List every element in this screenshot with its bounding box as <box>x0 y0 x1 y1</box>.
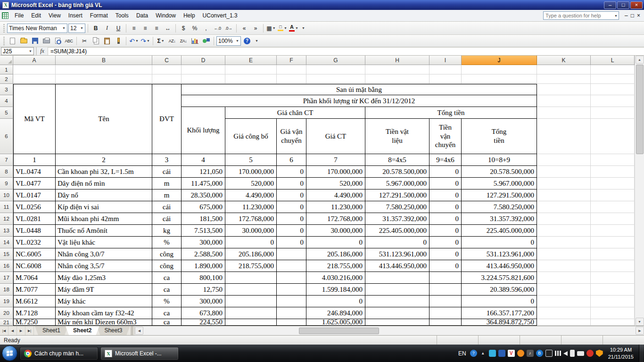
cell-C20[interactable]: ca <box>152 307 182 319</box>
vertical-scroll-thumb[interactable] <box>636 65 644 154</box>
row-header-15[interactable]: 15 <box>0 248 13 260</box>
row-header-19[interactable]: 19 <box>0 296 13 307</box>
row-header-17[interactable]: 17 <box>0 272 13 284</box>
cell-H15[interactable]: 531.123.961,000 <box>365 248 429 260</box>
cell-L21[interactable] <box>591 319 635 326</box>
align-right-button[interactable]: ≡ <box>151 24 162 33</box>
question-help-input[interactable] <box>544 12 614 19</box>
column-header-d[interactable]: D <box>182 56 225 65</box>
name-box[interactable]: J25 ▼ <box>1 47 34 55</box>
cell-E10[interactable]: 4.490,000 <box>225 189 277 201</box>
cell-D17[interactable]: 800,100 <box>182 272 225 284</box>
copy-button[interactable] <box>91 36 101 46</box>
cell-G21[interactable]: 1.625.005,000 <box>306 319 365 326</box>
cell-K7[interactable] <box>537 154 591 166</box>
cell-C13[interactable]: kg <box>152 225 182 237</box>
cell-F15[interactable] <box>277 248 306 260</box>
paste-button[interactable] <box>102 36 112 46</box>
cell-J10[interactable]: 127.291.500,000 <box>462 189 537 201</box>
sheet-tab-sheet2[interactable]: Sheet2 <box>66 326 99 335</box>
cell-I2[interactable] <box>429 74 462 84</box>
tab-prev-button[interactable]: ◀ <box>8 326 17 335</box>
row-header-12[interactable]: 12 <box>0 213 13 225</box>
borders-button[interactable]: ▦ ▼ <box>266 24 276 33</box>
tab-split-handle[interactable] <box>131 326 133 335</box>
cell-J17[interactable]: 3.224.575.821,600 <box>462 272 537 284</box>
cell-B8[interactable]: Cần khoan phi 32, L=1.5m <box>56 166 152 178</box>
cell-I13[interactable]: 0 <box>429 225 462 237</box>
cell-I12[interactable]: 0 <box>429 213 462 225</box>
merge-center-button[interactable]: ↔ <box>163 24 173 33</box>
cell-A13[interactable]: VL.0448 <box>13 225 56 237</box>
horizontal-scroll-thumb[interactable] <box>299 328 379 334</box>
cell-L11[interactable] <box>591 201 635 213</box>
cell-G10[interactable]: 4.490,000 <box>306 189 365 201</box>
cell-A12[interactable]: VL.0281 <box>13 213 56 225</box>
cell-gia-cong-bo-header[interactable]: Giá công bố <box>225 119 277 154</box>
cell-C9[interactable]: m <box>152 178 182 189</box>
cell-A11[interactable]: VL.0256 <box>13 201 56 213</box>
tray-display-icon[interactable] <box>545 350 553 357</box>
cell-L10[interactable] <box>591 189 635 201</box>
cell-I1[interactable] <box>429 65 462 74</box>
cell-D11[interactable]: 675,000 <box>182 201 225 213</box>
cell-A10[interactable]: VL.0147 <box>13 189 56 201</box>
cell-D9[interactable]: 11.475,000 <box>182 178 225 189</box>
worksheet-menu-icon[interactable] <box>2 12 8 19</box>
cell-G8[interactable]: 170.000,000 <box>306 166 365 178</box>
cell-F12[interactable]: 0 <box>277 213 306 225</box>
cell-D14[interactable]: 300,000 <box>182 237 225 248</box>
bold-button[interactable]: B <box>91 24 101 33</box>
cell-D21[interactable]: 224,550 <box>182 319 225 326</box>
tray-network-icon[interactable] <box>555 351 561 356</box>
cell-tong-tien-header[interactable]: Tổng tiền <box>462 119 537 154</box>
cell-K14[interactable] <box>537 237 591 248</box>
cell-K15[interactable] <box>537 248 591 260</box>
cell-K16[interactable] <box>537 260 591 272</box>
cell-J12[interactable]: 31.357.392,000 <box>462 213 537 225</box>
cell-I19[interactable] <box>429 296 462 307</box>
cell-C1[interactable] <box>152 65 182 74</box>
cell-B13[interactable]: Thuốc nổ Amônít <box>56 225 152 237</box>
format-painter-button[interactable] <box>113 36 124 46</box>
cell-tong-tien-group-header[interactable]: Tổng tiền <box>365 107 537 119</box>
font-color-button[interactable]: A ▼ <box>289 24 299 33</box>
sort-descending-button[interactable]: ZA↓ <box>178 36 189 46</box>
cell-F17[interactable] <box>277 272 306 284</box>
cell-D13[interactable]: 7.513,500 <box>182 225 225 237</box>
autosum-button[interactable]: Σ ▼ <box>156 36 166 46</box>
cell-C7[interactable]: 3 <box>152 154 182 166</box>
scroll-down-button[interactable]: ▼ <box>636 318 644 326</box>
cell-K9[interactable] <box>537 178 591 189</box>
cell-J20[interactable]: 166.357.177,200 <box>462 307 537 319</box>
column-header-k[interactable]: K <box>537 56 591 65</box>
tray-antivirus-icon[interactable] <box>586 350 594 357</box>
save-button[interactable] <box>30 36 40 46</box>
cell-G15[interactable]: 205.186,000 <box>306 248 365 260</box>
cell-gia-chan-ct-header[interactable]: Giá chân CT <box>225 107 365 119</box>
cell-A16[interactable]: NC.6008 <box>13 260 56 272</box>
cell-J19[interactable]: 0 <box>462 296 537 307</box>
cell-F16[interactable] <box>277 260 306 272</box>
cell-J7[interactable]: 10=8+9 <box>462 154 537 166</box>
row-header-6[interactable]: 6 <box>0 119 13 154</box>
column-header-l[interactable]: L <box>591 56 635 65</box>
cell-khoi-luong-header[interactable]: Khối lượng <box>182 107 225 154</box>
insert-function-button[interactable]: fx <box>37 47 48 55</box>
cell-J13[interactable]: 225.405.000,000 <box>462 225 537 237</box>
cell-L5[interactable] <box>591 107 635 119</box>
cell-J2[interactable] <box>462 74 537 84</box>
cell-F14[interactable]: 0 <box>277 237 306 248</box>
cell-E15[interactable]: 205.186,000 <box>225 248 277 260</box>
cell-G1[interactable] <box>306 65 365 74</box>
cell-A7[interactable]: 1 <box>13 154 56 166</box>
cell-E14[interactable]: 0 <box>225 237 277 248</box>
sort-ascending-button[interactable]: AZ↓ <box>167 36 177 46</box>
comma-style-button[interactable]: , <box>201 24 211 33</box>
cell-L20[interactable] <box>591 307 635 319</box>
cell-H11[interactable]: 7.580.250,000 <box>365 201 429 213</box>
cell-E7[interactable]: 5 <box>225 154 277 166</box>
cell-A19[interactable]: M.6612 <box>13 296 56 307</box>
cell-G11[interactable]: 11.230,000 <box>306 201 365 213</box>
cell-E19[interactable] <box>225 296 277 307</box>
